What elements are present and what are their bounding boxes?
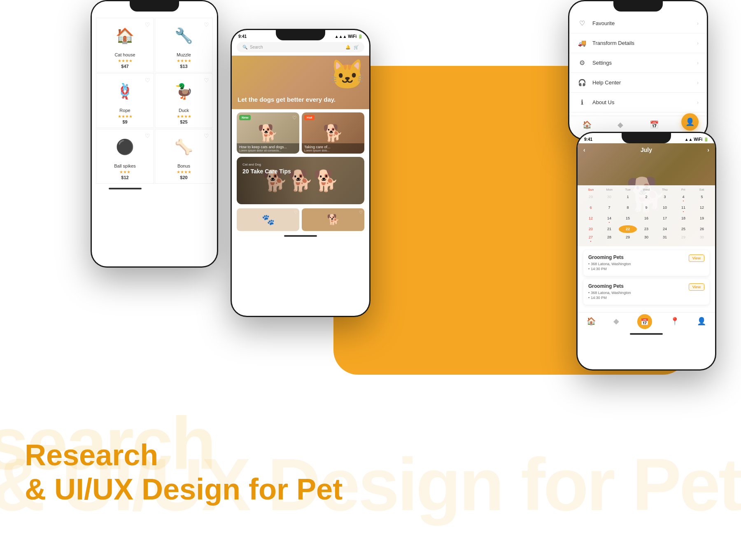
arrow-icon-5: › bbox=[697, 100, 699, 105]
shop-item-name-1: Cat house bbox=[100, 52, 150, 57]
shop-item-price-1: $47 bbox=[100, 64, 150, 69]
shop-item-5[interactable]: ♡ ⚫ Ball spikes ★★★ $12 bbox=[96, 129, 154, 184]
arrow-icon-2: › bbox=[697, 40, 699, 46]
shop-item-1[interactable]: ♡ 🏠 Cat house ★★★★ $47 bbox=[96, 18, 154, 72]
menu-item-favourite[interactable]: ♡ Favourite › bbox=[569, 14, 707, 33]
cal-nav-fab[interactable]: 📅 bbox=[637, 314, 652, 329]
shop-item-2[interactable]: ♡ 🔧 Muzzle ★★★★ $13 bbox=[155, 18, 213, 72]
shop-item-heart-1[interactable]: ♡ bbox=[145, 21, 150, 28]
shop-item-4[interactable]: ♡ 🦆 Duck ★★★★ $25 bbox=[155, 73, 213, 128]
article-1-heart[interactable]: ♡ bbox=[292, 115, 297, 121]
cal-time: 9:41 bbox=[584, 137, 592, 142]
nav-calendar-icon[interactable]: 📅 bbox=[650, 120, 659, 129]
shop-home-indicator bbox=[109, 188, 142, 189]
shop-item-stars-1: ★★★★ bbox=[100, 58, 150, 63]
shop-item-heart-6[interactable]: ♡ bbox=[204, 133, 209, 139]
feed-bottom-preview: 🐾 ♡ 🐕 ♡ bbox=[232, 207, 369, 233]
shop-item-img-4: 🦆 bbox=[168, 77, 200, 106]
shop-item-3[interactable]: ♡ 🪢 Rope ★★★★ $9 bbox=[96, 73, 154, 128]
appt-2-title: Grooming Pets bbox=[588, 283, 631, 289]
cal-home-indicator bbox=[630, 333, 663, 335]
menu-item-settings[interactable]: ⚙ Settings › bbox=[569, 53, 707, 73]
preview-1-heart[interactable]: ♡ bbox=[294, 210, 298, 215]
menu-label-about: About Us bbox=[592, 99, 691, 105]
menu-item-transform[interactable]: 🚚 Transform Details › bbox=[569, 33, 707, 53]
preview-item-1[interactable]: 🐾 ♡ bbox=[237, 208, 299, 231]
article-2-badge: Hot bbox=[304, 115, 315, 120]
feed-article-1[interactable]: 🐕 New ♡ How to keep cats and dogs... Lor… bbox=[237, 112, 299, 154]
hero-cat-emoji: 🐱 bbox=[329, 58, 365, 91]
phone-feed: 9:41 ▲▲▲ WiFi 🔋 🔍 Search 🔔 🛒 🐱 Let the d… bbox=[231, 29, 370, 317]
menu-label-settings: Settings bbox=[592, 60, 691, 66]
arrow-icon-3: › bbox=[697, 60, 699, 66]
nav-home-icon[interactable]: 🏠 bbox=[583, 120, 592, 129]
cal-nav-home[interactable]: 🏠 bbox=[587, 317, 596, 329]
cal-nav-location[interactable]: 📍 bbox=[670, 317, 679, 329]
cart-icon[interactable]: 🛒 bbox=[354, 45, 359, 49]
appt-1-title: Grooming Pets bbox=[588, 254, 631, 260]
appt-1-view-btn[interactable]: View bbox=[689, 254, 704, 262]
article-1-title: How to keep cats and dogs... bbox=[239, 145, 297, 149]
appt-2-time: 14:30 PM bbox=[591, 296, 607, 300]
shop-item-img-6: 🦴 bbox=[168, 133, 200, 161]
shop-item-stars-4: ★★★★ bbox=[158, 114, 209, 119]
shop-item-price-2: $13 bbox=[158, 64, 209, 69]
feed-time: 9:41 bbox=[238, 34, 247, 39]
preview-item-2[interactable]: 🐕 ♡ bbox=[302, 208, 364, 231]
shop-item-price-6: $20 bbox=[158, 175, 209, 180]
shop-item-heart-3[interactable]: ♡ bbox=[145, 77, 150, 84]
article-2-title: Taking care of... bbox=[304, 145, 362, 149]
shop-item-name-2: Muzzle bbox=[158, 52, 209, 57]
tips-category: Cat and Dog bbox=[242, 163, 291, 166]
shop-item-heart-5[interactable]: ♡ bbox=[145, 133, 150, 139]
menu-list: ♡ Favourite › 🚚 Transform Details › ⚙ Se… bbox=[569, 1, 707, 112]
search-icon: 🔍 bbox=[242, 45, 247, 49]
feed-search-label: Search bbox=[250, 45, 263, 49]
nav-shop-icon[interactable]: ◆ bbox=[618, 120, 623, 129]
appt-2-view-btn[interactable]: View bbox=[689, 283, 704, 291]
feed-home-indicator bbox=[284, 235, 317, 237]
menu-item-about[interactable]: ℹ About Us › bbox=[569, 93, 707, 112]
feed-article-2[interactable]: 🐕 Hot Taking care of... Lorem ipsum dolo… bbox=[302, 112, 364, 154]
appt-1-time: 14:30 PM bbox=[591, 267, 607, 271]
shop-item-img-3: 🪢 bbox=[109, 77, 142, 106]
menu-item-help[interactable]: 🎧 Help Center › bbox=[569, 73, 707, 93]
arrow-icon-1: › bbox=[697, 21, 699, 26]
feed-hero-text: Let the dogs get better every day. bbox=[238, 96, 336, 104]
feed-hero-banner: 🐱 Let the dogs get better every day. bbox=[232, 56, 369, 109]
article-1-badge: New bbox=[239, 115, 251, 120]
appt-2-time-icon: • bbox=[588, 296, 590, 300]
cal-month-label: July bbox=[641, 147, 652, 153]
heart-icon: ♡ bbox=[578, 19, 587, 27]
shop-item-6[interactable]: ♡ 🦴 Bonus ★★★★ $20 bbox=[155, 129, 213, 184]
shop-product-grid: ♡ 🏠 Cat house ★★★★ $47 ♡ 🔧 Muzzle ★★★★ $… bbox=[92, 1, 217, 197]
phone-menu: ♡ Favourite › 🚚 Transform Details › ⚙ Se… bbox=[568, 0, 708, 140]
cal-bottom-nav: 🏠 ◆ 📅 📍 👤 bbox=[578, 312, 715, 331]
shop-item-heart-4[interactable]: ♡ bbox=[204, 77, 209, 84]
feed-status-bar: 9:41 ▲▲▲ WiFi 🔋 bbox=[232, 30, 369, 40]
shop-item-stars-5: ★★★ bbox=[100, 170, 150, 174]
cal-header-area: 🐕 ‹ July › SunMonTueWedThuFriSat 29 30 1… bbox=[578, 143, 715, 246]
appt-1-time-icon: • bbox=[588, 267, 590, 271]
shop-item-heart-2[interactable]: ♡ bbox=[204, 21, 209, 28]
phone-shop: ♡ 🏠 Cat house ★★★★ $47 ♡ 🔧 Muzzle ★★★★ $… bbox=[91, 0, 218, 268]
bell-icon[interactable]: 🔔 bbox=[345, 45, 350, 49]
cal-appointment-1: Grooming Pets • 368 Latona, Washington •… bbox=[583, 250, 709, 276]
main-headline: Research & UI/UX Design for Pet bbox=[25, 438, 343, 506]
feed-articles-grid: 🐕 New ♡ How to keep cats and dogs... Lor… bbox=[232, 109, 369, 157]
preview-2-heart[interactable]: ♡ bbox=[359, 210, 363, 215]
cal-today[interactable]: 22 bbox=[619, 225, 637, 233]
shop-item-name-4: Duck bbox=[158, 108, 209, 113]
headline-line1: Research bbox=[25, 439, 158, 471]
menu-fab-button[interactable]: 👤 bbox=[681, 113, 699, 131]
shop-item-price-5: $12 bbox=[100, 175, 150, 180]
shop-item-name-6: Bonus bbox=[158, 163, 209, 168]
cal-nav-shop[interactable]: ◆ bbox=[613, 317, 619, 329]
cal-next-btn[interactable]: › bbox=[707, 147, 709, 153]
menu-label-favourite: Favourite bbox=[592, 20, 691, 26]
cal-prev-btn[interactable]: ‹ bbox=[583, 147, 585, 153]
shop-item-stars-2: ★★★★ bbox=[158, 58, 209, 63]
cal-nav-profile[interactable]: 👤 bbox=[697, 317, 706, 329]
feed-search-bar[interactable]: 🔍 Search 🔔 🛒 bbox=[237, 42, 364, 52]
feed-tips-card[interactable]: 🐕🐕🐕 Cat and Dog 20 Take Care Tips bbox=[237, 157, 364, 204]
